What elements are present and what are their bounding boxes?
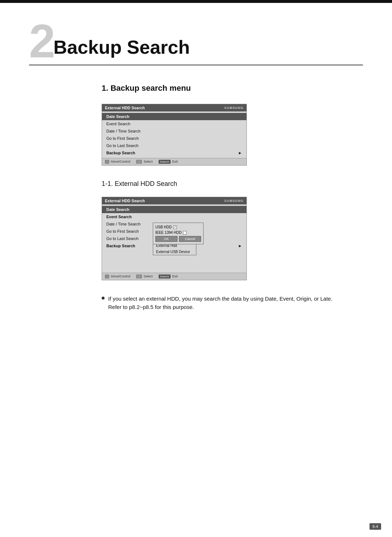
- menu-list-1: Date Search Event Search Date / Time Sea…: [102, 111, 246, 158]
- bullet-dot-1: [102, 297, 105, 300]
- screen-footer-1: ↕ Move/Control ▢ Select Search Exit: [102, 158, 246, 165]
- select-key: ▢: [136, 160, 142, 164]
- main-content: 2 Backup Search 1. Backup search menu Ex…: [0, 3, 392, 343]
- section-heading: 1. Backup search menu: [102, 84, 363, 93]
- menu-item-2-event-search[interactable]: Event Search: [102, 213, 246, 220]
- screen-mockup-1: External HDD Search SAMSUNG Date Search …: [102, 104, 247, 166]
- chapter-title: Backup Search: [53, 36, 190, 58]
- bullet-point-1: If you select an external HDD, you may s…: [102, 295, 363, 311]
- footer-move-2: ↕ Move/Control: [105, 274, 130, 278]
- exit-key: Search: [159, 160, 171, 164]
- screen-title-1-label: External HDD Search: [105, 106, 145, 110]
- ieee-hdd-checkbox[interactable]: [183, 231, 187, 235]
- menu-list-2: Date Search Event Search Date / Time Sea…: [102, 204, 246, 273]
- screen-mockup-2: External HDD Search SAMSUNG Date Search …: [102, 197, 247, 280]
- ieee-hdd-label: IEEE 1394 HDD: [155, 231, 181, 235]
- footer-select: ▢ Select: [136, 160, 153, 164]
- menu-item-event-search[interactable]: Event Search: [102, 120, 246, 127]
- mockup1-container: External HDD Search SAMSUNG Date Search …: [102, 104, 363, 166]
- backup-search-2-label: Backup Search: [106, 244, 135, 248]
- bullet-section: If you select an external HDD, you may s…: [102, 295, 363, 311]
- footer-exit: Search Exit: [159, 160, 178, 164]
- move-key-2: ↕: [105, 274, 109, 278]
- select-key-2: ▢: [136, 274, 142, 278]
- popup-buttons: OK Cancel: [155, 236, 201, 242]
- backup-search-label: Backup Search: [106, 151, 135, 155]
- usb-hdd-checkbox[interactable]: [173, 225, 177, 229]
- samsung-logo-1: SAMSUNG: [224, 106, 244, 110]
- samsung-logo-2: SAMSUNG: [224, 199, 244, 203]
- arrow-icon: ►: [238, 151, 242, 155]
- menu-item-2-date-search[interactable]: Date Search: [102, 206, 246, 213]
- submenu-item-external-usb[interactable]: External USB Device: [153, 249, 196, 255]
- chapter-number: 2: [29, 17, 53, 65]
- cancel-button[interactable]: Cancel: [179, 236, 201, 242]
- screen-footer-2: ↕ Move/Control ▢ Select Search Exit: [102, 273, 246, 280]
- usb-hdd-label: USB HDD: [155, 225, 172, 229]
- chapter-heading: 2 Backup Search: [29, 17, 363, 65]
- popup-item-ieee: IEEE 1394 HDD: [155, 231, 201, 235]
- mockup2-container: External HDD Search SAMSUNG Date Search …: [102, 197, 363, 280]
- footer-exit-2: Search Exit: [159, 274, 178, 278]
- footer-select-2: ▢ Select: [136, 274, 153, 278]
- menu-item-backup-search[interactable]: Backup Search ►: [102, 149, 246, 156]
- bullet-main-text: If you select an external HDD, you may s…: [108, 296, 332, 302]
- move-key: ↕: [105, 160, 109, 164]
- exit-key-2: Search: [159, 274, 171, 278]
- popup-item-usb: USB HDD: [155, 225, 201, 229]
- arrow-icon-2: ►: [238, 244, 242, 248]
- screen-title-bar-1: External HDD Search SAMSUNG: [102, 104, 246, 111]
- bullet-sub-text: Refer to p8.2~p8.5 for this purpose.: [108, 304, 194, 310]
- menu-item-first-search[interactable]: Go to First Search: [102, 135, 246, 142]
- menu-item-datetime-search[interactable]: Date / Time Search: [102, 127, 246, 135]
- menu-item-last-search[interactable]: Go to Last Search: [102, 142, 246, 149]
- subsection-heading: 1-1. External HDD Search: [102, 180, 363, 188]
- ok-button[interactable]: OK: [155, 236, 177, 242]
- footer-move: ↕ Move/Control: [105, 160, 130, 164]
- screen-title-2-label: External HDD Search: [105, 199, 145, 203]
- screen-title-bar-2: External HDD Search SAMSUNG: [102, 197, 246, 204]
- menu-item-date-search[interactable]: Date Search: [102, 113, 246, 120]
- popup-box: USB HDD IEEE 1394 HDD OK Cancel: [153, 223, 204, 244]
- page-number: 9-4: [369, 523, 381, 530]
- bullet-text-1: If you select an external HDD, you may s…: [108, 295, 332, 311]
- top-bar: [0, 0, 392, 3]
